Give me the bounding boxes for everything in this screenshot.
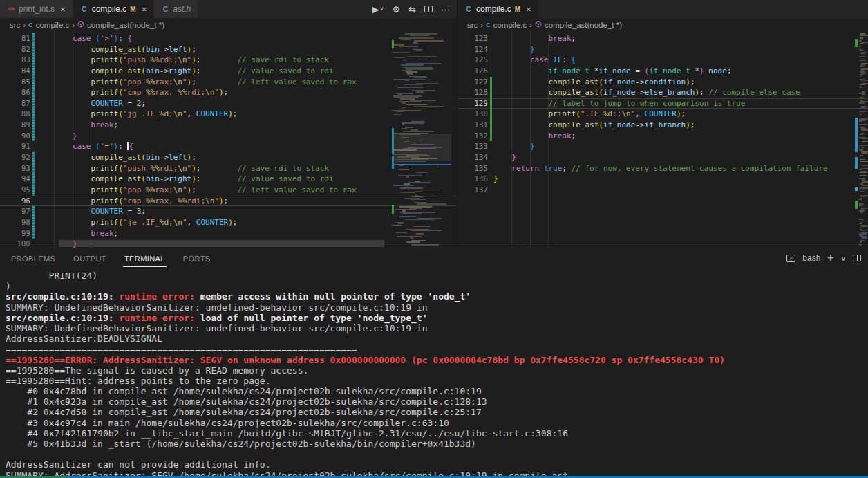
code-line-88[interactable]: 88 printf("jg .IF_%d;\n", COUNTER); [0, 109, 457, 120]
code-line-135[interactable]: 135 return true; // for now, every state… [457, 163, 868, 174]
minimap-code-row [859, 172, 867, 174]
minimap-code-row [402, 124, 404, 125]
more-actions-icon[interactable]: ··· [441, 5, 450, 14]
close-tab-icon[interactable]: × [60, 5, 66, 14]
code-line-134[interactable]: 134 } [457, 152, 868, 163]
code-line-129[interactable]: 129 // label to jump to when comparison … [457, 98, 868, 109]
code-text: printf("push %%rdi;\n"); // save rdi to … [35, 163, 329, 174]
breadcrumb-item[interactable]: compile_ast(node_t *) [77, 21, 164, 29]
line-number: 129 [457, 98, 488, 109]
new-terminal-button[interactable]: + [827, 252, 833, 264]
minimap-code-row [403, 213, 422, 214]
tab-label: print_int.s [19, 4, 55, 14]
terminal-dropdown-chevron[interactable]: ∨ [841, 255, 846, 262]
tab-compile-c[interactable]: Ccompile.cM× [73, 0, 155, 18]
minimap-code-row [413, 43, 419, 44]
minimap-code-row [860, 241, 862, 243]
minimap[interactable] [859, 33, 868, 246]
breadcrumb-item[interactable]: Ccompile.c [486, 21, 527, 29]
code-line-87[interactable]: 87 COUNTER = 2; [0, 98, 457, 109]
code-line-125[interactable]: 125 case IF: { [457, 55, 868, 66]
code-line-93[interactable]: 93 printf("push %%rdi;\n"); // save rdi … [0, 163, 457, 174]
code-line-130[interactable]: 130 printf(".IF_%d:;\n", COUNTER); [457, 109, 868, 120]
minimap-code-row [396, 232, 407, 233]
code-line-82[interactable]: 82 compile_ast(bin->left); [0, 44, 457, 55]
line-number: 85 [0, 77, 30, 88]
c-file-icon: C [464, 6, 473, 13]
code-line-96[interactable]: 96 printf("cmp %%rax, %%rdi;\n"); [0, 196, 457, 207]
code-line-92[interactable]: 92 compile_ast(bin->left); [0, 152, 457, 163]
minimap-code-row [416, 233, 424, 235]
breadcrumb-item[interactable]: Ccompile.c [28, 21, 69, 29]
code-line-126[interactable]: 126 if_node_t *if_node = (if_node_t *) n… [457, 66, 868, 77]
code-line-85[interactable]: 85 printf("pop %%rax;\n"); // left value… [0, 77, 457, 88]
code-line-89[interactable]: 89 break; [0, 120, 457, 131]
scrollbar-slider[interactable] [59, 240, 384, 247]
breadcrumb-separator-icon: › [529, 21, 532, 29]
split-terminal-button[interactable] [853, 255, 861, 261]
code-line-83[interactable]: 83 printf("push %%rdi;\n"); // save rdi … [0, 55, 457, 66]
line-number: 134 [457, 152, 488, 163]
tabbar-left: ASMprint_int.s×Ccompile.cM×Cast.h ▶∨⚙⇆··… [0, 0, 457, 18]
code-line-86[interactable]: 86 printf("cmp %%rax, %%rdi;\n"); [0, 87, 457, 98]
breadcrumb: src›Ccompile.c›compile_ast(node_t *) [0, 18, 457, 31]
settings-gear-icon[interactable]: ⚙ [392, 5, 400, 14]
code-text: printf("pop %%rax;\n"); // left value sa… [35, 77, 357, 88]
minimap-code-row [862, 165, 868, 167]
panel-header: PROBLEMSOUTPUTTERMINALPORTS > bash + ∨ [0, 248, 868, 268]
code-text: printf(".IF_%d:;\n", COUNTER); [492, 109, 686, 120]
terminal-line: #2 0x4c7d58 in compile_ast /home/sulekha… [6, 407, 868, 417]
code-line-127[interactable]: 127 compile_ast(if_node->condition); [457, 77, 868, 88]
code-editor-right[interactable]: 123 break;124 }125 case IF: {126 if_node… [457, 31, 868, 248]
code-line-95[interactable]: 95 printf("pop %%rax;\n"); // left value… [0, 185, 457, 196]
terminal-output[interactable]: PRINT(24))src/compile.c:10:19: runtime e… [0, 269, 868, 476]
panel-tab-problems[interactable]: PROBLEMS [10, 250, 57, 266]
run-button[interactable]: ▶∨ [372, 5, 384, 14]
panel-tab-terminal[interactable]: TERMINAL [123, 250, 167, 266]
code-editor-left[interactable]: 81 case ('>'): {82 compile_ast(bin->left… [0, 31, 457, 248]
code-line-90[interactable]: 90 } [0, 131, 457, 142]
panel-tab-ports[interactable]: PORTS [182, 250, 212, 266]
code-line-81[interactable]: 81 case ('>'): { [0, 33, 457, 44]
shell-label[interactable]: bash [802, 253, 820, 263]
minimap[interactable] [392, 33, 451, 246]
minimap-code-row [407, 56, 436, 57]
minimap-code-row [861, 129, 868, 131]
code-line-133[interactable]: 133 } [457, 141, 868, 152]
breadcrumb-label: compile.c [493, 21, 527, 29]
code-line-91[interactable]: 91 case ('='): { [0, 141, 457, 152]
tab-print_int-s[interactable]: ASMprint_int.s× [0, 0, 73, 18]
close-tab-icon[interactable]: × [526, 5, 531, 14]
code-line-99[interactable]: 99 break; [0, 228, 457, 239]
code-line-98[interactable]: 98 printf("je .IF_%d;\n", COUNTER); [0, 217, 457, 228]
tab-ast-h[interactable]: Cast.h [154, 0, 198, 18]
tab-compile-c[interactable]: Ccompile.cM× [457, 0, 539, 18]
code-line-131[interactable]: 131 compile_ast(if_node->if_branch); [457, 120, 868, 131]
code-line-124[interactable]: 124 } [457, 44, 868, 55]
code-line-97[interactable]: 97 COUNTER = 3; [0, 206, 457, 217]
minimap-code-row [404, 194, 434, 195]
c-file-icon: C [486, 21, 491, 28]
code-line-123[interactable]: 123 break; [457, 33, 868, 44]
close-tab-icon[interactable]: × [142, 5, 147, 14]
compare-changes-icon[interactable]: ⇆ [408, 5, 416, 14]
minimap-code-row [413, 106, 444, 107]
minimap-code-row [402, 107, 406, 109]
line-number: 132 [457, 131, 488, 142]
code-line-128[interactable]: 128 compile_ast(if_node->else_branch); /… [457, 87, 868, 98]
code-line-94[interactable]: 94 compile_ast(bin->right); // value sav… [0, 174, 457, 185]
code-line-132[interactable]: 132 break; [457, 131, 868, 142]
breadcrumb-item[interactable]: compile_ast(node_t *) [535, 21, 622, 29]
code-line-84[interactable]: 84 compile_ast(bin->right); // value sav… [0, 66, 457, 77]
line-number: 81 [0, 33, 30, 44]
horizontal-scrollbar[interactable] [0, 240, 388, 247]
breadcrumb-label: src [467, 21, 478, 29]
line-number: 93 [0, 163, 30, 174]
run-dropdown-chevron[interactable]: ∨ [380, 6, 384, 12]
code-line-137[interactable]: 137 [457, 185, 868, 196]
code-line-136[interactable]: 136} [457, 174, 868, 185]
breadcrumb-item[interactable]: src [467, 21, 478, 29]
split-editor-icon[interactable] [424, 6, 433, 12]
breadcrumb-item[interactable]: src [10, 21, 20, 29]
panel-tab-output[interactable]: OUTPUT [72, 250, 108, 266]
